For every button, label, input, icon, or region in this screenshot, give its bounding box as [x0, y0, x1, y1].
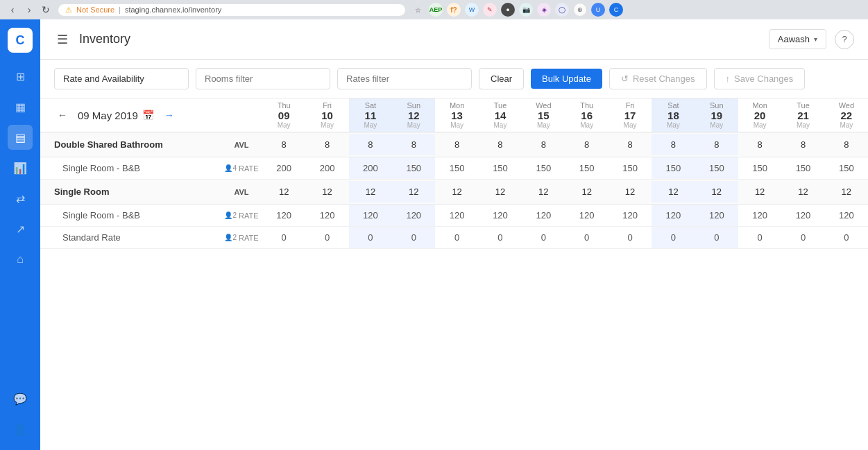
avl-cell-7[interactable]: 8 — [565, 134, 609, 155]
sidebar-item-channels[interactable]: ⇄ — [8, 186, 33, 211]
rates-filter[interactable] — [337, 68, 472, 89]
rate-cell-9[interactable]: 150 — [652, 157, 695, 179]
avl-cell-12[interactable]: 12 — [781, 181, 824, 202]
rate-cell-2[interactable]: 120 — [349, 205, 392, 226]
rate-cell-0[interactable]: 0 — [262, 227, 305, 248]
avl-cell-6[interactable]: 8 — [522, 134, 565, 155]
browser-nav-buttons[interactable]: ‹ › ↻ — [6, 3, 53, 17]
rate-cell-1[interactable]: 200 — [305, 157, 348, 179]
sidebar-item-inventory[interactable]: ▤ — [8, 125, 33, 150]
help-button[interactable]: ? — [835, 30, 854, 49]
rate-cell-8[interactable]: 120 — [609, 205, 652, 226]
ext-icon-6[interactable]: 📷 — [519, 3, 533, 17]
avl-cell-3[interactable]: 8 — [392, 134, 435, 155]
rate-cell-3[interactable]: 120 — [392, 205, 435, 226]
rate-cell-6[interactable]: 0 — [522, 227, 565, 248]
rate-cell-6[interactable]: 150 — [522, 157, 565, 179]
avl-cell-11[interactable]: 12 — [738, 181, 781, 202]
app-logo[interactable]: C — [8, 28, 33, 53]
rate-cell-8[interactable]: 0 — [609, 227, 652, 248]
rate-cell-2[interactable]: 0 — [349, 227, 392, 248]
rate-cell-13[interactable]: 150 — [825, 157, 868, 179]
rate-cell-3[interactable]: 150 — [392, 157, 435, 179]
avl-cell-8[interactable]: 12 — [609, 181, 652, 202]
rate-cell-0[interactable]: 120 — [262, 205, 305, 226]
rate-cell-11[interactable]: 0 — [738, 227, 781, 248]
rate-cell-11[interactable]: 150 — [738, 157, 781, 179]
rate-cell-8[interactable]: 150 — [609, 157, 652, 179]
avl-cell-5[interactable]: 12 — [479, 181, 522, 202]
avl-cell-5[interactable]: 8 — [479, 134, 522, 155]
rate-cell-2[interactable]: 200 — [349, 157, 392, 179]
rate-cell-3[interactable]: 0 — [392, 227, 435, 248]
avl-cell-4[interactable]: 12 — [435, 181, 478, 202]
avl-cell-2[interactable]: 12 — [349, 181, 392, 202]
avl-cell-8[interactable]: 8 — [609, 134, 652, 155]
rate-cell-13[interactable]: 120 — [825, 205, 868, 226]
bulk-update-button[interactable]: Bulk Update — [531, 69, 602, 89]
ext-icon-2[interactable]: f? — [447, 3, 461, 17]
prev-date-button[interactable]: ← — [54, 107, 71, 123]
star-icon[interactable]: ☆ — [411, 3, 425, 17]
rate-cell-5[interactable]: 0 — [479, 227, 522, 248]
next-date-button[interactable]: → — [161, 107, 178, 123]
rate-cell-7[interactable]: 150 — [565, 157, 609, 179]
avl-cell-0[interactable]: 12 — [262, 181, 305, 202]
avl-cell-0[interactable]: 8 — [262, 134, 305, 155]
ext-icon-5[interactable]: ● — [501, 3, 515, 17]
avl-cell-3[interactable]: 12 — [392, 181, 435, 202]
avl-cell-11[interactable]: 8 — [738, 134, 781, 155]
rate-availability-filter[interactable] — [54, 68, 189, 89]
sidebar-item-share[interactable]: ↗ — [8, 216, 33, 241]
rate-cell-9[interactable]: 0 — [652, 227, 695, 248]
rate-cell-4[interactable]: 0 — [435, 227, 478, 248]
rate-cell-7[interactable]: 0 — [565, 227, 609, 248]
rate-cell-4[interactable]: 120 — [435, 205, 478, 226]
rate-cell-7[interactable]: 120 — [565, 205, 609, 226]
sidebar-item-account[interactable]: 👤 — [8, 417, 33, 442]
forward-button[interactable]: › — [22, 3, 36, 17]
rate-cell-5[interactable]: 120 — [479, 205, 522, 226]
rate-cell-10[interactable]: 0 — [695, 227, 738, 248]
rate-cell-0[interactable]: 200 — [262, 157, 305, 179]
property-selector[interactable]: Aawash ▾ — [769, 29, 826, 49]
url-bar[interactable]: ⚠ Not Secure | staging.channex.io/invent… — [58, 4, 405, 16]
clear-button[interactable]: Clear — [479, 68, 524, 89]
back-button[interactable]: ‹ — [6, 3, 19, 17]
rate-cell-5[interactable]: 150 — [479, 157, 522, 179]
calendar-picker-icon[interactable]: 📅 — [142, 110, 154, 121]
avl-cell-13[interactable]: 12 — [825, 181, 868, 202]
rate-cell-1[interactable]: 0 — [305, 227, 348, 248]
rate-cell-12[interactable]: 0 — [781, 227, 824, 248]
rate-cell-6[interactable]: 120 — [522, 205, 565, 226]
avl-cell-13[interactable]: 8 — [825, 134, 868, 155]
avl-cell-10[interactable]: 12 — [695, 181, 738, 202]
ext-icon-1[interactable]: AEP — [429, 3, 443, 17]
sidebar-item-reports[interactable]: 📊 — [8, 155, 33, 180]
ext-icon-8[interactable]: ◯ — [555, 3, 569, 17]
sidebar-item-messages[interactable]: 💬 — [8, 386, 33, 411]
rate-cell-4[interactable]: 150 — [435, 157, 478, 179]
sidebar-item-dashboard[interactable]: ⊞ — [8, 64, 33, 89]
rate-cell-12[interactable]: 150 — [781, 157, 824, 179]
avl-cell-2[interactable]: 8 — [349, 134, 392, 155]
ext-icon-3[interactable]: W — [465, 3, 479, 17]
rate-cell-13[interactable]: 0 — [825, 227, 868, 248]
rate-cell-9[interactable]: 120 — [652, 205, 695, 226]
ext-icon-4[interactable]: ✎ — [483, 3, 497, 17]
reset-changes-button[interactable]: ↺ Reset Changes — [609, 68, 707, 89]
avl-cell-12[interactable]: 8 — [781, 134, 824, 155]
ext-icon-9[interactable]: ⊕ — [573, 3, 587, 17]
sidebar-item-home[interactable]: ⌂ — [8, 247, 33, 272]
rate-cell-1[interactable]: 120 — [305, 205, 348, 226]
avl-cell-6[interactable]: 12 — [522, 181, 565, 202]
rate-cell-10[interactable]: 150 — [695, 157, 738, 179]
save-changes-button[interactable]: ↑ Save Changes — [714, 68, 806, 89]
sidebar-item-calendar[interactable]: ▦ — [8, 94, 33, 119]
avl-cell-9[interactable]: 8 — [652, 134, 695, 155]
profile-icon[interactable]: U — [591, 3, 605, 17]
avl-cell-9[interactable]: 12 — [652, 181, 695, 202]
rate-cell-10[interactable]: 120 — [695, 205, 738, 226]
avl-cell-7[interactable]: 12 — [565, 181, 609, 202]
rooms-filter[interactable] — [196, 68, 330, 89]
